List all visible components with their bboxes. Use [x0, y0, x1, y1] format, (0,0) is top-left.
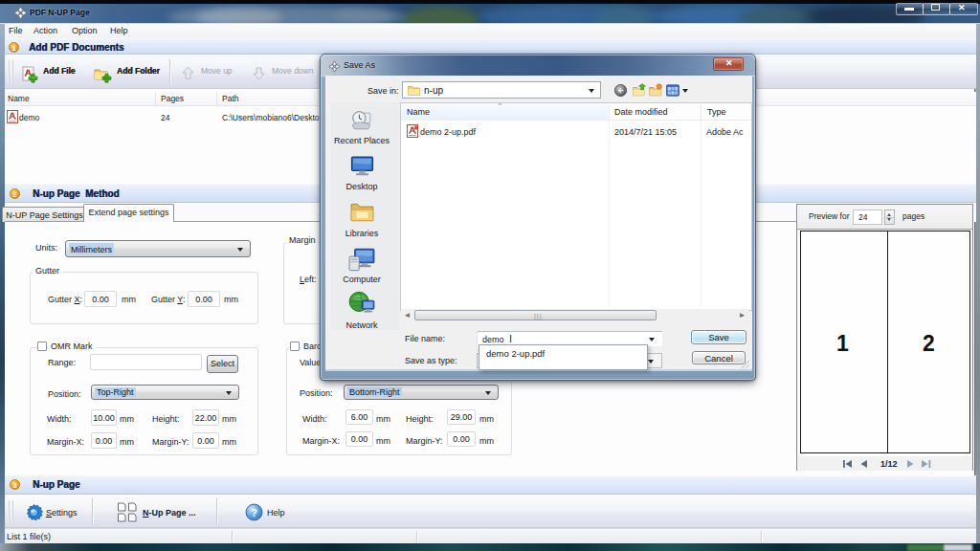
svg-text:?: ? [251, 507, 257, 518]
